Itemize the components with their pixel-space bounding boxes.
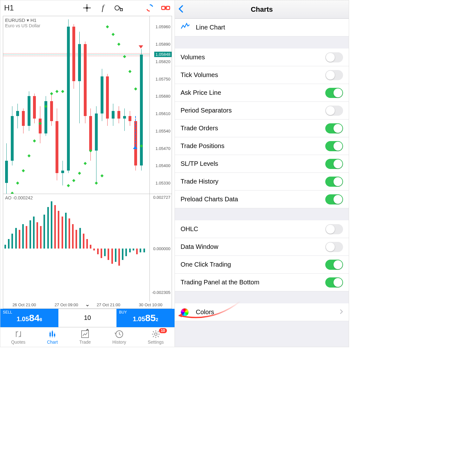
setting-toggle-4[interactable] <box>325 123 343 133</box>
ao-bar <box>33 217 35 249</box>
setting-toggle-8[interactable] <box>325 194 343 204</box>
candle <box>117 111 120 118</box>
candle <box>28 96 30 126</box>
chart-symbol-desc: Euro vs US Dollar <box>5 23 40 28</box>
setting2-label-3: Trading Panel at the Bottom <box>181 279 259 286</box>
setting-toggle-1[interactable] <box>325 70 343 80</box>
chart-symbol-label: EURUSD ▾ H1 <box>5 17 36 23</box>
tab-settings-label: Settings <box>148 340 164 345</box>
ao-bar <box>30 220 31 249</box>
ao-bar <box>72 224 74 249</box>
arrow-down-icon <box>139 44 143 50</box>
ytick: 1.05470 <box>155 146 170 151</box>
sell-label: SELL <box>3 310 12 314</box>
ao-bar <box>65 213 67 249</box>
indicator-chart[interactable]: AO -0.000242 0.0027270.000000-0.002305 <box>3 194 172 301</box>
sar-dot <box>83 162 87 165</box>
sar-dot <box>10 191 14 194</box>
setting-toggle-6[interactable] <box>325 159 343 169</box>
main-chart[interactable]: EURUSD ▾ H1 Euro vs US Dollar 1.053301.0… <box>3 16 172 194</box>
timeframe-label[interactable]: H1 <box>4 3 14 12</box>
setting-row-4: Trade Orders <box>175 120 349 137</box>
xaxis-tick: 27 Oct 21:00 <box>97 302 120 307</box>
setting-label-2: Ask Price Line <box>181 89 221 96</box>
ao-bar <box>36 222 38 249</box>
setting-row-3: Period Separators <box>175 102 349 120</box>
tab-trade[interactable]: Trade <box>79 329 91 345</box>
ao-bar <box>125 249 127 256</box>
setting-toggle-0[interactable] <box>325 52 343 62</box>
chart-area[interactable]: EURUSD ▾ H1 Euro vs US Dollar 1.053301.0… <box>3 16 172 309</box>
ao-bar <box>93 249 95 250</box>
tab-history[interactable]: History <box>112 329 126 345</box>
setting-toggle-2[interactable] <box>325 88 343 98</box>
buy-price: 1.05852 <box>133 313 158 323</box>
chevron-right-icon <box>340 308 343 316</box>
trade-panel: SELL 1.05848 ⌄ 10 ⌃ BUY 1.05852 <box>0 309 175 327</box>
ao-bar <box>111 249 113 264</box>
sar-dot <box>50 92 53 95</box>
ytick: 1.05610 <box>155 111 170 116</box>
ytick: 0.000000 <box>153 246 170 251</box>
setting-label-1: Tick Volumes <box>181 71 218 79</box>
tab-settings[interactable]: 10 Settings <box>148 329 164 345</box>
candle <box>16 111 19 116</box>
setting2-row-3: Trading Panel at the Bottom <box>175 274 349 291</box>
sar-dot <box>78 172 81 175</box>
ao-bar <box>54 205 56 249</box>
objects-icon[interactable] <box>114 3 124 13</box>
sell-button[interactable]: SELL 1.05848 <box>0 309 58 327</box>
current-price-tag: 1.05848 <box>154 52 172 57</box>
setting2-toggle-2[interactable] <box>325 260 343 270</box>
candle <box>123 116 126 119</box>
candle <box>89 116 92 151</box>
ao-bar <box>115 249 116 262</box>
volume-minus-icon[interactable]: ⌄ <box>85 301 90 308</box>
tab-quotes-label: Quotes <box>11 340 25 345</box>
sync-icon[interactable] <box>145 3 155 13</box>
setting2-toggle-1[interactable] <box>325 242 343 252</box>
setting2-toggle-0[interactable] <box>325 224 343 234</box>
sub-yaxis: 0.0027270.000000-0.002305 <box>149 194 172 301</box>
setting-toggle-7[interactable] <box>325 177 343 187</box>
ao-bar <box>122 249 123 260</box>
colors-label: Colors <box>196 308 214 316</box>
settings-badge: 10 <box>159 328 167 333</box>
ao-bar <box>101 249 102 258</box>
crosshair-icon[interactable] <box>82 3 92 13</box>
setting-toggle-3[interactable] <box>325 106 343 116</box>
tab-quotes[interactable]: Quotes <box>11 329 25 345</box>
svg-point-0 <box>115 6 119 10</box>
indicators-icon[interactable]: f <box>98 3 108 13</box>
volume-value[interactable]: 10 <box>84 314 91 321</box>
tab-chart[interactable]: Chart <box>47 329 58 345</box>
candle <box>140 55 143 166</box>
sar-dot <box>100 174 103 177</box>
setting-row-5: Trade Positions <box>175 137 349 155</box>
candle <box>112 111 115 118</box>
sar-dot <box>117 43 120 46</box>
ytick: -0.002305 <box>152 290 170 295</box>
section-gap <box>175 36 349 49</box>
ao-bar <box>15 228 17 249</box>
row-line-chart[interactable]: Line Chart <box>175 19 349 36</box>
candle <box>56 121 58 173</box>
ao-bar <box>76 230 77 249</box>
ao-bar <box>133 249 134 250</box>
arrow-up-icon <box>133 146 137 152</box>
ao-bar <box>8 239 10 249</box>
ytick: 1.05960 <box>155 24 170 29</box>
buy-button[interactable]: BUY 1.05852 <box>116 309 175 327</box>
chart-toolbar: H1 f <box>0 0 175 16</box>
sar-dot <box>67 184 70 187</box>
ytick: 1.05540 <box>155 128 170 133</box>
ao-bar <box>90 245 91 249</box>
candle <box>5 161 8 183</box>
back-button[interactable] <box>178 4 184 15</box>
setting2-toggle-3[interactable] <box>325 277 343 288</box>
setting-toggle-5[interactable] <box>325 141 343 151</box>
ytick: 0.002727 <box>153 195 170 199</box>
candle <box>61 171 64 173</box>
link-icon[interactable] <box>161 3 171 13</box>
row-colors[interactable]: Colors <box>175 303 349 321</box>
